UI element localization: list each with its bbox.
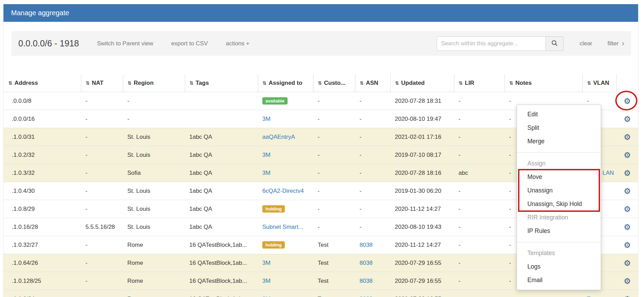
cell-region: St. Louis	[123, 128, 185, 146]
cell-updated: 2019-01-30 06:20	[390, 182, 454, 200]
menu-item-split[interactable]: Split	[517, 121, 601, 135]
col-header-notes[interactable]: ⇅Notes	[505, 74, 582, 92]
assigned-link[interactable]: aaQAEntryA	[262, 134, 295, 140]
status-badge-available: available	[262, 97, 288, 105]
cell-customer: -	[313, 92, 355, 110]
col-header-asn[interactable]: ⇅ASN	[355, 74, 390, 92]
gear-icon[interactable]: ⚙	[624, 169, 631, 178]
cell-notes: -	[505, 290, 582, 297]
menu-item-move[interactable]: Move	[517, 170, 601, 184]
assigned-link[interactable]: 3M	[262, 152, 271, 158]
cell-customer: -	[313, 128, 355, 146]
gear-icon[interactable]: ⚙	[624, 133, 631, 142]
menu-item-ip-rules[interactable]: IP Rules	[517, 224, 601, 238]
gear-icon[interactable]: ⚙	[624, 259, 631, 268]
menu-item-email[interactable]: Email	[517, 273, 601, 287]
vlan-link[interactable]: Test	[587, 296, 598, 297]
menu-item-merge[interactable]: Merge	[517, 135, 601, 148]
menu-divider	[517, 242, 601, 242]
search-input[interactable]	[437, 36, 546, 51]
cell-nat: -	[81, 164, 123, 182]
cell-tags: 16 QATestBlock,1ab...	[185, 236, 258, 254]
gear-icon[interactable]: ⚙	[624, 187, 631, 196]
gear-icon[interactable]: ⚙	[624, 97, 631, 106]
gear-icon[interactable]: ⚙	[624, 223, 631, 232]
cell-nat: -	[81, 110, 123, 128]
assigned-link[interactable]: 3M	[262, 170, 271, 176]
cell-address: .0.0.0/8	[3, 92, 81, 110]
cell-asn: -	[355, 128, 390, 146]
cell-lir: -	[454, 254, 505, 272]
menu-item-unassign-skip-hold[interactable]: Unassign, Skip Hold	[517, 197, 601, 211]
menu-item-unassign[interactable]: Unassign	[517, 184, 601, 197]
cell-customer: Test	[313, 272, 355, 290]
col-header-nat[interactable]: ⇅NAT	[81, 74, 123, 92]
cell-lir: -	[454, 128, 505, 146]
cell-region: Sofia	[123, 164, 185, 182]
cell-nat: -	[81, 92, 123, 110]
cell-assigned: 3M	[258, 254, 313, 272]
actions-link[interactable]: actions +	[226, 40, 250, 47]
header-row: ⇅Address ⇅NAT ⇅Region ⇅Tags ⇅Assigned to…	[3, 74, 638, 92]
col-header-lir[interactable]: ⇅LIR	[454, 74, 505, 92]
cell-customer: -	[313, 182, 355, 200]
cell-nat: -	[81, 128, 123, 146]
cell-address: .1.0.128/25	[3, 272, 81, 290]
search-button[interactable]	[546, 36, 564, 51]
gear-icon[interactable]: ⚙	[624, 151, 631, 160]
assigned-link[interactable]: 6cQA2-Directv4	[262, 188, 304, 194]
col-header-address[interactable]: ⇅Address	[3, 74, 81, 92]
cell-updated: 2020-07-28 18:16	[390, 164, 454, 182]
sort-icon: ⇅	[86, 80, 90, 86]
cell-assigned: Subnet Smart...	[258, 218, 313, 236]
assigned-link[interactable]: 3M	[262, 116, 271, 122]
cell-assigned: aaQAEntryA	[258, 128, 313, 146]
filter-label: filter	[608, 40, 619, 47]
assigned-link[interactable]: 3M	[262, 260, 271, 266]
export-csv-link[interactable]: export to CSV	[171, 40, 208, 47]
cell-lir: -	[454, 146, 505, 164]
asn-link[interactable]: 8038	[360, 242, 373, 248]
asn-link[interactable]: 8038	[360, 260, 373, 266]
col-header-vlan[interactable]: ⇅VLAN	[582, 74, 616, 92]
col-header-region[interactable]: ⇅Region	[123, 74, 185, 92]
col-header-tags[interactable]: ⇅Tags	[185, 74, 258, 92]
cell-tags: 1abc QA	[185, 218, 258, 236]
col-header-updated[interactable]: ⇅Updated	[390, 74, 454, 92]
cell-tags	[185, 110, 258, 128]
sort-icon: ⇅	[459, 80, 463, 86]
cell-updated: 2020-07-29 16:55	[390, 254, 454, 272]
table-row: .1.1.0/24 - Rome 16 QATestBlock,1ab... 3…	[3, 290, 638, 297]
assigned-link[interactable]: Subnet Smart...	[262, 224, 303, 230]
col-header-assigned-to[interactable]: ⇅Assigned to	[258, 74, 313, 92]
gear-icon[interactable]: ⚙	[624, 115, 631, 124]
cell-customer: -	[313, 200, 355, 218]
chevron-right-icon: ›	[622, 40, 624, 47]
clear-link[interactable]: clear	[580, 40, 592, 47]
switch-parent-view-link[interactable]: Switch to Parent view	[97, 40, 153, 47]
gear-icon[interactable]: ⚙	[624, 295, 631, 297]
search-box	[437, 36, 564, 51]
gear-icon[interactable]: ⚙	[624, 241, 631, 250]
menu-item-edit[interactable]: Edit	[517, 108, 601, 121]
vlan-link[interactable]: LAN	[602, 170, 614, 176]
cell-asn: -	[355, 92, 390, 110]
menu-item-assign: Assign	[517, 157, 601, 170]
assigned-link[interactable]: 3M	[262, 296, 271, 297]
menu-item-logs[interactable]: Logs	[517, 260, 601, 273]
cell-asn: -	[355, 110, 390, 128]
sort-icon: ⇅	[318, 80, 322, 86]
col-header-customer[interactable]: ⇅Custo...	[313, 74, 355, 92]
cell-nat: -	[81, 272, 123, 290]
gear-icon[interactable]: ⚙	[624, 205, 631, 214]
filter-link[interactable]: filter ›	[608, 40, 624, 47]
cell-region: Rome	[123, 290, 185, 297]
cell-customer: Test	[313, 254, 355, 272]
asn-link[interactable]: 8038	[360, 296, 373, 297]
cell-asn: -	[355, 146, 390, 164]
assigned-link[interactable]: 3M	[262, 278, 271, 284]
cell-lir: -	[454, 236, 505, 254]
status-badge-holding: holding	[262, 205, 285, 213]
asn-link[interactable]: 8038	[360, 278, 373, 284]
gear-icon[interactable]: ⚙	[624, 277, 631, 286]
